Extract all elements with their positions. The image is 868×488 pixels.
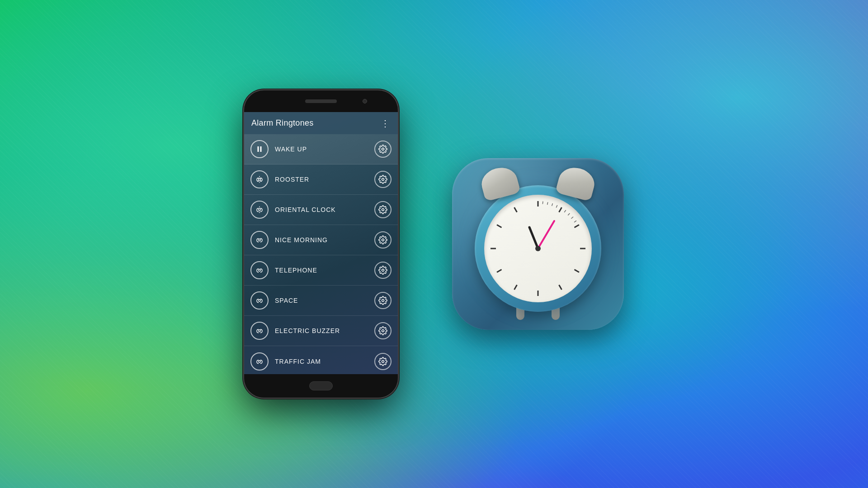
bell-right: [555, 164, 598, 202]
ringtone-item-rooster[interactable]: ROOSTER: [244, 164, 398, 195]
svg-point-9: [259, 269, 261, 272]
svg-point-7: [259, 239, 261, 241]
bell-left: [478, 164, 521, 202]
svg-point-15: [259, 360, 261, 362]
phone-bottom-bar: [244, 374, 398, 398]
home-button[interactable]: [309, 381, 333, 390]
ringtone-name-telephone: TELEPHONE: [275, 267, 368, 274]
svg-point-3: [259, 178, 261, 181]
ringtone-item-telephone[interactable]: TELEPHONE: [244, 255, 398, 286]
phone-camera: [363, 99, 367, 103]
phone-speaker: [305, 99, 337, 103]
play-button-rooster[interactable]: [250, 170, 269, 188]
pause-button-wake-up[interactable]: [250, 140, 269, 158]
ringtone-item-electric-buzzer[interactable]: ELECTRIC BUZZER: [244, 316, 398, 346]
play-button-traffic-jam[interactable]: [250, 352, 269, 371]
ringtone-item-nice-morning[interactable]: NICE MORNING: [244, 225, 398, 255]
svg-point-6: [382, 209, 384, 211]
ringtone-item-wake-up[interactable]: WAKE UP: [244, 134, 398, 164]
svg-point-14: [382, 330, 384, 332]
svg-point-4: [382, 178, 384, 181]
svg-rect-0: [258, 146, 259, 152]
clock-app-icon: [452, 158, 624, 330]
gear-button-wake-up[interactable]: [374, 141, 392, 158]
gear-button-rooster[interactable]: [374, 171, 392, 188]
ringtone-name-space: SPACE: [275, 297, 368, 304]
svg-point-12: [382, 300, 384, 302]
ringtone-name-rooster: ROOSTER: [275, 176, 368, 183]
play-button-nice-morning[interactable]: [250, 231, 269, 249]
clock-icon-background: [452, 158, 624, 330]
gear-button-electric-buzzer[interactable]: [374, 322, 392, 339]
gear-button-telephone[interactable]: [374, 262, 392, 279]
svg-point-10: [382, 269, 384, 272]
svg-point-5: [259, 209, 261, 211]
svg-rect-1: [260, 146, 262, 152]
play-button-electric-buzzer[interactable]: [250, 322, 269, 340]
gear-button-nice-morning[interactable]: [374, 231, 392, 249]
play-button-oriental-clock[interactable]: [250, 201, 269, 219]
ringtone-item-traffic-jam[interactable]: TRAFFIC JAM: [244, 346, 398, 374]
gear-button-traffic-jam[interactable]: [374, 353, 392, 370]
ringtone-name-wake-up: WAKE UP: [275, 145, 368, 153]
ringtone-list: WAKE UP: [244, 134, 398, 374]
svg-point-11: [259, 300, 261, 302]
gear-button-space[interactable]: [374, 292, 392, 309]
ringtone-name-electric-buzzer: ELECTRIC BUZZER: [275, 327, 368, 334]
svg-point-13: [259, 330, 261, 332]
gear-button-oriental-clock[interactable]: [374, 201, 392, 218]
phone-body: Alarm Ringtones ⋮ WAKE UP: [244, 90, 398, 398]
ringtone-name-traffic-jam: TRAFFIC JAM: [275, 358, 368, 365]
main-content: Alarm Ringtones ⋮ WAKE UP: [0, 0, 868, 488]
phone-mockup: Alarm Ringtones ⋮ WAKE UP: [244, 90, 398, 398]
ringtone-name-nice-morning: NICE MORNING: [275, 236, 368, 244]
ringtone-item-space[interactable]: SPACE: [244, 286, 398, 316]
ringtone-name-oriental-clock: ORIENTAL CLOCK: [275, 206, 368, 213]
svg-point-16: [382, 360, 384, 362]
app-title: Alarm Ringtones: [251, 118, 314, 128]
ringtone-item-oriental-clock[interactable]: ORIENTAL CLOCK: [244, 195, 398, 225]
svg-point-2: [382, 148, 384, 150]
play-button-telephone[interactable]: [250, 261, 269, 279]
more-options-icon[interactable]: ⋮: [381, 119, 391, 128]
play-button-space[interactable]: [250, 291, 269, 310]
svg-point-8: [382, 239, 384, 241]
app-header: Alarm Ringtones ⋮: [244, 112, 398, 134]
phone-top-bar: [244, 90, 398, 112]
phone-screen: Alarm Ringtones ⋮ WAKE UP: [244, 112, 398, 374]
